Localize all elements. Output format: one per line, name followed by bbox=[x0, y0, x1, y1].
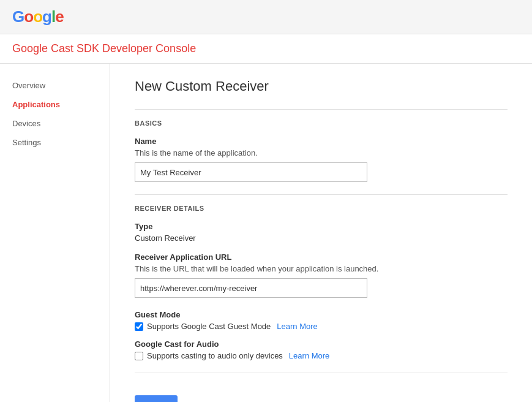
guest-mode-learn-more[interactable]: Learn More bbox=[277, 322, 317, 331]
layout: Overview Applications Devices Settings N… bbox=[0, 64, 532, 402]
audio-learn-more[interactable]: Learn More bbox=[289, 351, 329, 360]
audio-row: Supports casting to audio only devices L… bbox=[135, 351, 508, 360]
audio-checkbox[interactable] bbox=[135, 352, 143, 360]
name-label: Name bbox=[135, 137, 508, 146]
divider-middle bbox=[135, 194, 508, 195]
divider-top bbox=[135, 109, 508, 110]
header: Google bbox=[0, 0, 532, 34]
name-input[interactable] bbox=[135, 162, 367, 182]
receiver-details-header: RECEIVER DETAILS bbox=[135, 205, 508, 212]
receiver-url-desc: This is the URL that will be loaded when… bbox=[135, 264, 508, 273]
sidebar: Overview Applications Devices Settings bbox=[0, 64, 110, 402]
guest-mode-row: Supports Google Cast Guest Mode Learn Mo… bbox=[135, 322, 508, 331]
save-button[interactable]: Save bbox=[135, 395, 178, 402]
sidebar-item-settings[interactable]: Settings bbox=[0, 133, 110, 152]
divider-bottom bbox=[135, 373, 508, 373]
type-value: Custom Receiver bbox=[135, 233, 508, 243]
audio-text: Supports casting to audio only devices bbox=[147, 351, 283, 360]
main-content: New Custom Receiver BASICS Name This is … bbox=[110, 64, 532, 402]
page-title: New Custom Receiver bbox=[135, 78, 508, 94]
guest-mode-label: Guest Mode bbox=[135, 310, 508, 319]
guest-mode-checkbox[interactable] bbox=[135, 322, 143, 331]
subheader-title: Google Cast SDK Developer Console bbox=[12, 42, 196, 55]
name-desc: This is the name of the application. bbox=[135, 148, 508, 157]
guest-mode-text: Supports Google Cast Guest Mode bbox=[147, 322, 271, 331]
basics-header: BASICS bbox=[135, 119, 508, 127]
receiver-details-section: RECEIVER DETAILS Type Custom Receiver Re… bbox=[135, 205, 508, 360]
sidebar-item-overview[interactable]: Overview bbox=[0, 76, 110, 95]
receiver-url-label: Receiver Application URL bbox=[135, 252, 508, 262]
subheader: Google Cast SDK Developer Console bbox=[0, 34, 532, 64]
sidebar-item-applications[interactable]: Applications bbox=[0, 95, 110, 114]
receiver-url-input[interactable] bbox=[135, 278, 367, 298]
audio-label: Google Cast for Audio bbox=[135, 339, 508, 349]
sidebar-item-devices[interactable]: Devices bbox=[0, 114, 110, 133]
basics-section: BASICS Name This is the name of the appl… bbox=[135, 119, 508, 182]
type-label: Type bbox=[135, 222, 508, 231]
google-logo: Google bbox=[12, 7, 64, 26]
